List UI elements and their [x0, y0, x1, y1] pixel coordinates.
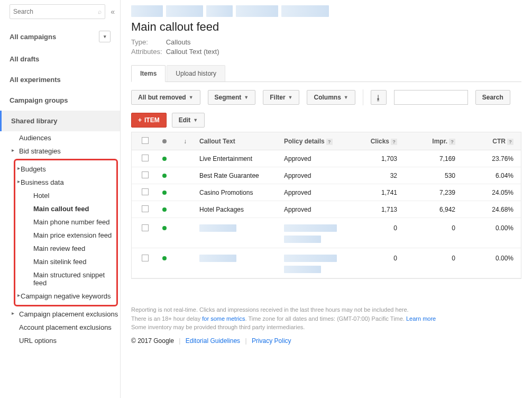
search-input-wrap[interactable]: ⌕ [10, 4, 105, 19]
col-impr[interactable]: Impr.? [401, 134, 460, 148]
some-metrics-link[interactable]: for some metrics [202, 315, 245, 322]
tree-campaign-placement[interactable]: Campaign placement exclusions [10, 307, 120, 321]
col-policy[interactable]: Policy details? [280, 134, 343, 148]
cell-clicks: 0 [343, 221, 401, 235]
highlight-box: Budgets Business data Hotel Main callout… [14, 159, 118, 306]
table-row: Casino PromotionsApproved1,7417,23924.05… [132, 184, 521, 201]
sidebar-item-all-experiments[interactable]: All experiments [0, 69, 120, 90]
chevron-down-icon[interactable]: ▾ [99, 31, 111, 42]
sidebar-item-label: All experiments [10, 76, 61, 84]
sort-icon[interactable]: ↓ [184, 138, 187, 145]
footer-legal: © 2017 Google | Editorial Guidelines | P… [131, 336, 521, 346]
cell-callout-text: Hotel Packages [199, 206, 244, 213]
tree-main-callout-feed[interactable]: Main callout feed [15, 202, 116, 215]
table-header: ↓ Callout Text Policy details? Clicks? I… [132, 132, 521, 150]
tree-main-review-feed[interactable]: Main review feed [15, 242, 116, 255]
select-all-checkbox[interactable] [142, 137, 149, 144]
cell-ctr: 0.00% [460, 251, 518, 265]
cell-policy: Approved [284, 189, 311, 196]
redacted-text [284, 236, 321, 243]
filter-button[interactable]: Filter▼ [263, 90, 299, 105]
download-icon: ⭳ [375, 94, 382, 102]
btn-label: Edit [179, 116, 191, 124]
footer: Reporting is not real-time. Clicks and i… [131, 305, 521, 346]
copyright: © 2017 Google [131, 337, 174, 345]
redacted-text [199, 255, 236, 262]
tree-audiences[interactable]: Audiences [10, 131, 120, 144]
privacy-link[interactable]: Privacy Policy [252, 337, 291, 345]
table-row: 000.00% [132, 248, 521, 278]
row-checkbox[interactable] [142, 255, 149, 261]
divider [363, 89, 363, 105]
sidebar-item-label: All campaigns [10, 33, 56, 41]
tree-url-options[interactable]: URL options [10, 334, 120, 347]
col-clicks[interactable]: Clicks? [343, 134, 401, 148]
all-but-removed-button[interactable]: All but removed▼ [131, 90, 200, 105]
redacted-breadcrumb [131, 5, 521, 17]
cell-impr: 530 [401, 169, 460, 183]
cell-impr: 7,169 [401, 152, 460, 166]
meta-type-label: Type: [131, 38, 164, 46]
tree-campaign-negative[interactable]: Campaign negative keywords [15, 290, 116, 303]
cell-ctr: 6.04% [460, 169, 518, 183]
download-button[interactable]: ⭳ [371, 90, 387, 105]
row-checkbox[interactable] [142, 188, 149, 195]
tree-bid-strategies[interactable]: Bid strategies [10, 144, 120, 158]
tab-items[interactable]: Items [131, 65, 166, 82]
sidebar-item-label: All drafts [10, 55, 39, 63]
help-icon[interactable]: ? [449, 139, 455, 145]
cell-callout-text: Best Rate Guarantee [199, 172, 259, 179]
help-icon[interactable]: ? [391, 139, 397, 145]
segment-button[interactable]: Segment▼ [208, 90, 256, 105]
row-checkbox[interactable] [142, 171, 149, 178]
meta-type: Type: Callouts [131, 38, 521, 46]
tree-main-phone-feed[interactable]: Main phone number feed [15, 215, 116, 229]
col-ctr[interactable]: CTR? [460, 134, 518, 148]
tree-hotel[interactable]: Hotel [15, 189, 116, 202]
help-icon[interactable]: ? [507, 139, 513, 145]
table-row: Live EntertainmentApproved1,7037,16923.7… [132, 150, 521, 167]
cell-impr: 0 [401, 221, 460, 235]
help-icon[interactable]: ? [326, 139, 333, 145]
data-table: ↓ Callout Text Policy details? Clicks? I… [131, 132, 521, 279]
sidebar-item-all-drafts[interactable]: All drafts [0, 49, 120, 69]
meta-attributes: Attributes: Callout Text (text) [131, 48, 521, 56]
collapse-icon[interactable]: « [111, 7, 115, 16]
cell-policy: Approved [284, 206, 311, 213]
row-checkbox[interactable] [142, 224, 149, 231]
sidebar-item-all-campaigns[interactable]: All campaigns ▾ [0, 24, 120, 49]
meta-type-value: Callouts [166, 38, 191, 46]
sidebar-item-campaign-groups[interactable]: Campaign groups [0, 90, 120, 111]
edit-button[interactable]: Edit▼ [172, 113, 205, 128]
status-dot-icon [162, 256, 167, 260]
search-button[interactable]: Search [475, 90, 510, 105]
table-row: Hotel PackagesApproved1,7136,94224.68% [132, 201, 521, 218]
search-icon: ⌕ [98, 8, 102, 15]
tree-main-snippet-feed[interactable]: Main structured snippet feed [15, 268, 116, 290]
tree-business-data[interactable]: Business data [15, 176, 116, 189]
status-dot-icon [162, 207, 167, 212]
sidebar: ⌕ « All campaigns ▾ All drafts All exper… [0, 0, 121, 398]
tab-upload-history[interactable]: Upload history [167, 65, 225, 82]
tree-main-sitelink-feed[interactable]: Main sitelink feed [15, 255, 116, 268]
table-row: Best Rate GuaranteeApproved325306.04% [132, 167, 521, 184]
add-item-button[interactable]: +ITEM [131, 113, 167, 128]
col-callout-text[interactable]: Callout Text [195, 134, 280, 148]
tree-budgets[interactable]: Budgets [15, 162, 116, 176]
cell-clicks: 0 [343, 251, 401, 265]
cell-ctr: 0.00% [460, 221, 518, 235]
columns-button[interactable]: Columns▼ [307, 90, 355, 105]
btn-label: ITEM [144, 116, 160, 124]
footer-line-3: Some inventory may be provided through t… [131, 323, 521, 332]
row-checkbox[interactable] [142, 205, 149, 212]
tree-main-price-feed[interactable]: Main price extension feed [15, 229, 116, 242]
sidebar-shared-library[interactable]: Shared library [0, 111, 120, 131]
learn-more-link[interactable]: Learn more [406, 315, 436, 322]
main-content: Main callout feed Type: Callouts Attribu… [121, 0, 532, 398]
table-search-input[interactable] [394, 90, 468, 105]
search-input[interactable] [13, 8, 98, 15]
row-checkbox[interactable] [142, 155, 149, 161]
status-dot-icon [162, 226, 167, 230]
tree-account-placement[interactable]: Account placement exclusions [10, 321, 120, 334]
editorial-link[interactable]: Editorial Guidelines [186, 337, 240, 345]
